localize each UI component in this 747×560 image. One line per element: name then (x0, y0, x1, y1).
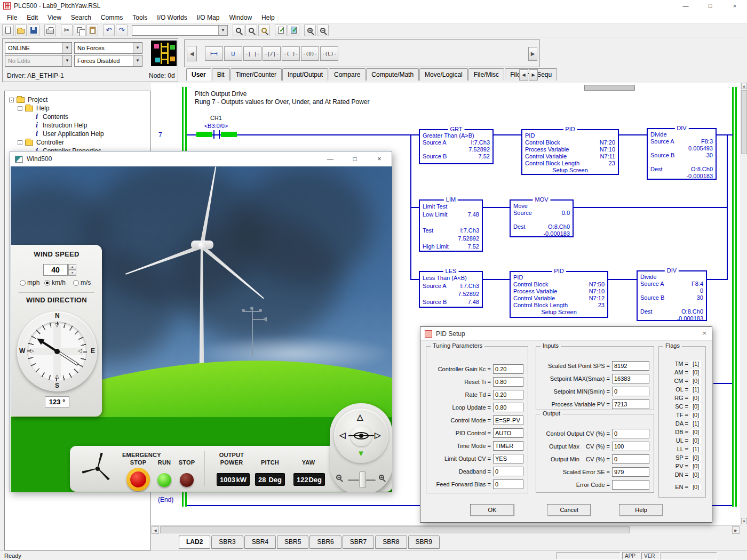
instruction-button[interactable]: -( )- (282, 46, 300, 61)
help-button[interactable]: Help (619, 504, 663, 516)
field-input[interactable] (612, 480, 649, 490)
field-input[interactable]: 16383 (612, 374, 649, 383)
spinner-down-icon[interactable]: ▼ (68, 270, 76, 276)
collapse-icon[interactable]: - (9, 98, 14, 102)
setup-screen-button[interactable]: Setup Screen (511, 309, 607, 316)
scroll-up-icon[interactable]: ▲ (741, 83, 747, 89)
field-input[interactable]: 0 (612, 429, 649, 438)
palette-scroll-left-icon[interactable]: ◀ (187, 46, 197, 61)
wind500-window[interactable]: Wind500 — □ × WIND SPEED (10, 151, 392, 492)
zoom-out-button[interactable]: − (317, 25, 329, 36)
instruction-tab[interactable]: Compute/Math (366, 68, 419, 81)
field-input[interactable]: 100 (612, 442, 649, 451)
forces-combo[interactable]: No Forces ▼ (74, 42, 142, 54)
program-tab[interactable]: SBR4 (244, 535, 276, 549)
menu-item[interactable]: I/O Map (192, 12, 225, 23)
combo-dropdown-icon[interactable]: ▼ (218, 26, 227, 35)
program-tab[interactable]: LAD2 (179, 535, 210, 549)
emergency-stop-lamp[interactable] (130, 471, 146, 487)
open-file-button[interactable] (15, 25, 27, 36)
instruction-tab[interactable]: Input/Output (282, 68, 328, 81)
instruction-tab[interactable]: File/Misc (468, 68, 504, 81)
tab-scroll-right-icon[interactable]: ▶ (529, 69, 538, 81)
cancel-button[interactable]: Cancel (547, 504, 591, 516)
menu-item[interactable]: File (2, 12, 22, 23)
maximize-icon[interactable]: □ (343, 151, 367, 166)
radio-selected-icon[interactable] (44, 280, 50, 286)
menu-item[interactable]: Search (66, 12, 96, 23)
mode-combo[interactable]: ONLINE ▼ (5, 42, 72, 54)
instruction-tab[interactable]: Bit (212, 68, 230, 81)
save-button[interactable] (28, 25, 39, 36)
find-in-files-button[interactable] (258, 25, 270, 36)
collapse-icon[interactable]: - (18, 140, 22, 145)
menu-item[interactable]: Window (224, 12, 257, 23)
program-tab[interactable]: SBR5 (277, 535, 308, 549)
search-next-button[interactable] (233, 25, 244, 36)
vertical-scrollbar[interactable]: ▲ ▼ (741, 83, 747, 525)
scroll-left-icon[interactable]: ◀ (152, 526, 159, 534)
tree-item-contents[interactable]: i Contents (35, 113, 68, 121)
div-block[interactable]: DIV DivideSource AF8:40Source B30DestO:8… (637, 270, 707, 321)
field-input[interactable]: AUTO (493, 428, 523, 438)
menu-item[interactable]: View (43, 12, 66, 23)
field-input[interactable]: 979 (612, 467, 649, 477)
pan-down-icon[interactable]: ▼ (357, 449, 365, 457)
scroll-thumb[interactable] (160, 526, 630, 533)
instruction-tab[interactable]: Compare (329, 68, 365, 81)
field-input[interactable]: 0 (493, 467, 523, 476)
minimize-icon[interactable]: — (673, 0, 698, 12)
verify-file-button[interactable] (275, 25, 287, 36)
les-block[interactable]: LES Less Than (A<B)Source AI:7.Ch37.5289… (419, 271, 483, 308)
combo-dropdown-icon[interactable]: ▼ (133, 43, 142, 53)
wind-speed-input[interactable]: 40 (43, 264, 68, 276)
instruction-tab[interactable]: Timer/Counter (231, 68, 282, 81)
field-input[interactable]: TIMER (493, 441, 523, 451)
menu-item[interactable]: I/O Worlds (152, 12, 192, 23)
unit-mph-radio[interactable]: mph (20, 279, 39, 286)
tree-item-help[interactable]: - Help (18, 104, 50, 113)
tree-item-user-application-help[interactable]: i User Application Help (35, 130, 104, 138)
program-tab[interactable]: SBR3 (211, 535, 243, 549)
zoom-slider-handle[interactable] (359, 471, 366, 488)
verify-project-button[interactable] (288, 25, 299, 36)
eye-button[interactable] (351, 425, 372, 446)
search-combo[interactable]: ▼ (132, 25, 228, 36)
pid-setup-dialog[interactable]: PID Setup × Tuning Parameters Controller… (420, 326, 712, 523)
tab-scroll-left-icon[interactable]: ◀ (519, 69, 528, 81)
combo-dropdown-icon[interactable]: ▼ (62, 43, 71, 53)
field-input[interactable]: 7213 (612, 399, 649, 409)
pan-right-icon[interactable]: ▷ (375, 431, 381, 439)
zoom-in-icon[interactable]: + (379, 475, 384, 480)
palette-scroll-right-icon[interactable]: ▶ (528, 47, 537, 61)
rung-number[interactable]: 7 (158, 131, 162, 139)
zoom-out-icon[interactable]: − (336, 475, 341, 480)
pan-left-icon[interactable]: ◁ (339, 431, 346, 439)
field-input[interactable]: 0 (493, 479, 523, 489)
setup-screen-button[interactable]: Setup Screen (522, 167, 618, 174)
close-icon[interactable]: × (722, 0, 747, 12)
collapse-icon[interactable]: - (18, 106, 22, 111)
search-prev-button[interactable] (245, 25, 257, 36)
xic-contact[interactable] (219, 130, 220, 139)
run-button[interactable] (157, 473, 171, 487)
minimize-icon[interactable]: — (318, 151, 343, 166)
instruction-button[interactable]: -| |- (243, 46, 261, 61)
program-tab[interactable]: SBR7 (343, 535, 374, 549)
forces-state-combo[interactable]: Forces Disabled ▼ (74, 55, 142, 67)
instruction-button[interactable]: -(L)- (320, 46, 338, 61)
spinner-up-icon[interactable]: ▲ (68, 264, 76, 270)
instruction-tab[interactable]: Move/Logical (419, 68, 468, 81)
cut-button[interactable]: ✂ (61, 25, 73, 36)
undo-button[interactable]: ↶ (103, 25, 115, 36)
horizontal-scrollbar[interactable]: ◀ ▶ (151, 525, 741, 534)
instruction-button[interactable]: -|/|- (263, 46, 281, 61)
pid-block[interactable]: PID PIDControl BlockN7:50Process Variabl… (510, 271, 608, 318)
instruction-button[interactable]: ⊔ (224, 46, 242, 61)
new-file-button[interactable] (2, 25, 14, 36)
field-input[interactable]: 0.20 (493, 390, 523, 399)
copy-button[interactable] (74, 25, 85, 36)
program-tab[interactable]: SBR6 (309, 535, 341, 549)
print-button[interactable] (44, 25, 56, 36)
camera-pad[interactable]: △ ◁ ▷ ▼ (334, 409, 388, 463)
